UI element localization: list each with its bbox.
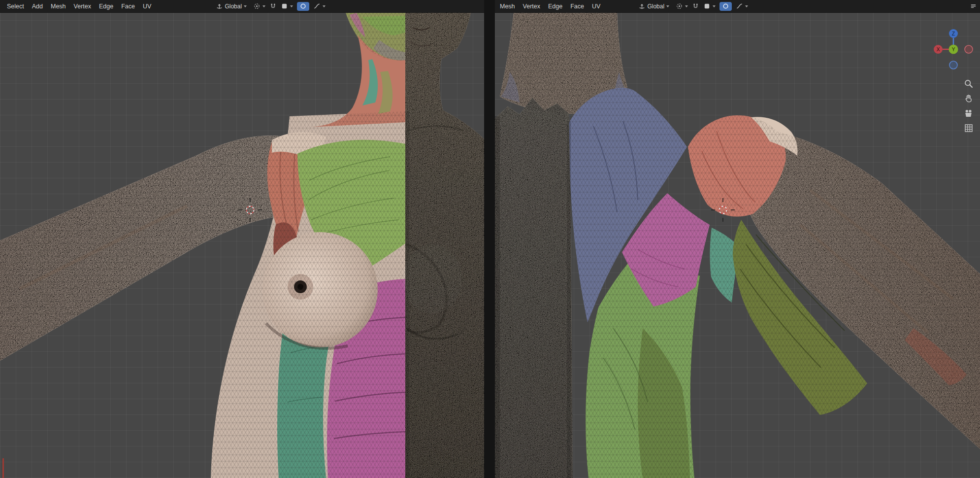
orientation-label: Global	[647, 3, 664, 10]
chevron-down-icon	[244, 5, 247, 7]
edit-mode-menubar-right: Mesh Vertex Edge Face UV	[496, 1, 604, 12]
chevron-down-icon	[685, 5, 688, 7]
navigation-gizmo[interactable]: Z X Y	[931, 27, 976, 72]
chevron-down-icon	[666, 5, 669, 7]
editor-options-icon[interactable]	[970, 2, 977, 10]
grid-icon	[964, 123, 974, 133]
pivot-point-icon	[253, 2, 261, 10]
skin-half-front	[403, 13, 484, 478]
transform-orientation-icon	[638, 2, 646, 10]
snap-settings-dropdown[interactable]	[701, 2, 718, 11]
viewport-front: Select Add Mesh Vertex Edge Face UV Glob…	[0, 0, 484, 478]
viewport-side-tools	[964, 79, 974, 133]
scene-front	[0, 13, 484, 478]
menu-edge[interactable]: Edge	[95, 1, 117, 12]
chevron-down-icon	[745, 5, 748, 7]
menu-mesh[interactable]: Mesh	[47, 1, 70, 12]
proportional-falloff-dropdown[interactable]	[733, 2, 751, 11]
camera-icon	[964, 108, 974, 118]
snap-settings-dropdown[interactable]	[278, 2, 295, 11]
pan-hand-tool[interactable]	[964, 94, 974, 103]
proportional-editing-icon	[722, 2, 729, 10]
gizmo-axis-z-negative[interactable]	[949, 61, 957, 69]
menu-uv[interactable]: UV	[588, 1, 604, 12]
svg-text:Z: Z	[952, 31, 955, 36]
viewport-back-header: Mesh Vertex Edge Face UV Global	[495, 0, 980, 13]
menu-uv[interactable]: UV	[139, 1, 155, 12]
zoom-icon	[964, 79, 974, 89]
transform-snap-toolbar-left: Global	[213, 2, 328, 11]
transform-snap-toolbar-right: Global	[636, 2, 751, 11]
snap-magnet-icon[interactable]	[692, 2, 699, 10]
hand-icon	[964, 94, 974, 103]
menu-vertex[interactable]: Vertex	[70, 1, 95, 12]
proportional-editing-icon	[299, 2, 307, 10]
svg-text:X: X	[937, 47, 940, 52]
chevron-down-icon	[290, 5, 293, 7]
orientation-label: Global	[225, 3, 242, 10]
figure-front	[0, 13, 484, 478]
edit-mode-menubar-left: Select Add Mesh Vertex Edge Face UV	[3, 1, 155, 12]
menu-mesh[interactable]: Mesh	[496, 1, 519, 12]
menu-add[interactable]: Add	[28, 1, 47, 12]
transform-orientation-dropdown[interactable]: Global	[213, 2, 249, 11]
menu-face[interactable]: Face	[117, 1, 139, 12]
chevron-down-icon	[323, 5, 326, 7]
camera-view-tool[interactable]	[964, 108, 974, 118]
snap-magnet-icon[interactable]	[269, 2, 277, 10]
zoom-tool[interactable]	[964, 79, 974, 89]
transform-orientation-dropdown[interactable]: Global	[636, 2, 672, 11]
chevron-down-icon	[713, 5, 716, 7]
falloff-curve-icon	[313, 2, 321, 10]
scene-back	[495, 13, 980, 478]
viewport-split-divider[interactable]	[484, 0, 495, 478]
orthographic-grid-tool[interactable]	[964, 123, 974, 133]
menu-face[interactable]: Face	[566, 1, 588, 12]
gizmo-axis-x-negative[interactable]	[965, 45, 973, 53]
snap-target-icon	[703, 2, 711, 10]
skin-half-back	[495, 98, 573, 478]
viewport-front-header: Select Add Mesh Vertex Edge Face UV Glob…	[0, 0, 484, 13]
menu-select[interactable]: Select	[3, 1, 28, 12]
proportional-falloff-dropdown[interactable]	[311, 2, 328, 11]
pivot-point-dropdown[interactable]	[673, 2, 690, 11]
proportional-editing-toggle[interactable]	[719, 2, 732, 11]
menu-vertex[interactable]: Vertex	[519, 1, 544, 12]
figure-back	[495, 13, 980, 478]
menu-edge[interactable]: Edge	[544, 1, 566, 12]
pivot-point-dropdown[interactable]	[251, 2, 268, 11]
svg-text:Y: Y	[952, 47, 955, 52]
proportional-editing-toggle[interactable]	[297, 2, 309, 11]
snap-target-icon	[281, 2, 288, 10]
viewport-back-canvas[interactable]: Z X Y	[495, 13, 980, 478]
viewport-back: Mesh Vertex Edge Face UV Global	[495, 0, 980, 478]
transform-orientation-icon	[216, 2, 223, 10]
x-axis-line	[2, 458, 4, 478]
pivot-point-icon	[676, 2, 683, 10]
viewport-front-canvas[interactable]	[0, 13, 484, 478]
chevron-down-icon	[262, 5, 265, 7]
falloff-curve-icon	[736, 2, 743, 10]
blender-window: Select Add Mesh Vertex Edge Face UV Glob…	[0, 0, 980, 478]
